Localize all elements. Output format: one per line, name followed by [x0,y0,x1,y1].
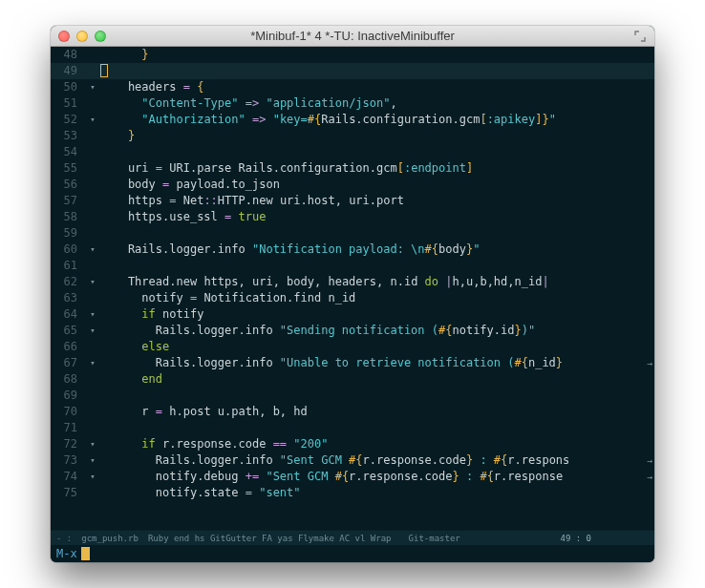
code-line[interactable]: 72▾ if r.response.code == "200" [51,436,654,452]
fold-indicator-icon [85,128,100,144]
code-line[interactable]: 63 notify = Notification.find n_id [51,290,654,306]
code-line[interactable]: 71 [51,420,654,436]
line-wrap-icon: → [647,452,652,469]
line-content[interactable]: notify = Notification.find n_id [100,290,654,306]
minibuffer[interactable]: M-x [51,545,654,562]
code-line[interactable]: 56 body = payload.to_json [51,177,654,193]
fold-indicator-icon[interactable]: ▾ [85,79,100,95]
code-line[interactable]: 60▾ Rails.logger.info "Notification payl… [51,242,654,258]
code-line[interactable]: 59 [51,225,654,242]
line-number: 74 [51,469,85,485]
close-icon[interactable] [58,31,70,42]
minibuffer-cursor [81,547,90,560]
code-content[interactable]: 48 }4950▾ headers = {51 "Content-Type" =… [51,47,654,530]
line-content[interactable] [100,258,654,274]
code-line[interactable]: 70 r = h.post u.path, b, hd [51,404,654,420]
code-line[interactable]: 52▾ "Authorization" => "key=#{Rails.conf… [51,112,654,128]
line-content[interactable]: notify.debug += "Sent GCM #{r.response.c… [100,469,654,485]
line-number: 65 [51,323,85,339]
fold-indicator-icon [85,258,100,274]
code-line[interactable]: 75 notify.state = "sent" [51,485,654,501]
line-number: 72 [51,436,85,452]
line-content[interactable]: r = h.post u.path, b, hd [100,404,654,420]
line-content[interactable]: if r.response.code == "200" [100,436,654,452]
line-content[interactable]: else [100,339,654,355]
line-content[interactable]: } [100,128,654,144]
code-line[interactable]: 51 "Content-Type" => "application/json", [51,95,654,112]
line-number: 63 [51,290,85,306]
line-number: 56 [51,177,85,193]
line-content[interactable]: end [100,371,654,388]
code-line[interactable]: 67▾ Rails.logger.info "Unable to retriev… [51,355,654,371]
code-line[interactable]: 55 uri = URI.parse Rails.configuration.g… [51,160,654,177]
fullscreen-icon[interactable] [633,30,647,43]
fold-indicator-icon[interactable]: ▾ [85,323,100,339]
line-content[interactable]: body = payload.to_json [100,177,654,193]
line-number: 55 [51,160,85,177]
line-content[interactable]: headers = { [100,79,654,95]
code-line[interactable]: 54 [51,144,654,160]
code-line[interactable]: 74▾ notify.debug += "Sent GCM #{r.respon… [51,469,654,485]
line-content[interactable] [100,63,654,79]
line-content[interactable]: Rails.logger.info "Sent GCM #{r.response… [100,452,654,469]
fold-indicator-icon [85,209,100,225]
line-content[interactable]: "Content-Type" => "application/json", [100,95,654,112]
code-line[interactable]: 48 } [51,47,654,63]
code-line[interactable]: 53 } [51,128,654,144]
line-content[interactable]: Rails.logger.info "Notification payload:… [100,242,654,258]
code-line[interactable]: 49 [51,63,654,79]
fold-indicator-icon[interactable]: ▾ [85,306,100,323]
fold-indicator-icon [85,144,100,160]
code-line[interactable]: 68 end [51,371,654,388]
line-number: 73 [51,452,85,469]
code-line[interactable]: 73▾ Rails.logger.info "Sent GCM #{r.resp… [51,452,654,469]
code-line[interactable]: 65▾ Rails.logger.info "Sending notificat… [51,323,654,339]
fold-indicator-icon [85,47,100,63]
line-content[interactable]: Rails.logger.info "Unable to retrieve no… [100,355,654,371]
code-line[interactable]: 57 https = Net::HTTP.new uri.host, uri.p… [51,193,654,209]
vc-branch: Git-master [409,534,460,543]
buffer-filename: gcm_push.rb [81,534,139,543]
line-content[interactable]: Rails.logger.info "Sending notification … [100,323,654,339]
fold-indicator-icon [85,371,100,388]
emacs-window: *Minibuf-1* 4 *-TU: InactiveMinibuffer 4… [51,26,654,562]
line-content[interactable]: notify.state = "sent" [100,485,654,501]
cursor-position: 49 : 0 [560,534,591,543]
line-content[interactable]: https = Net::HTTP.new uri.host, uri.port [100,193,654,209]
line-number: 62 [51,274,85,290]
fold-indicator-icon [85,193,100,209]
fold-indicator-icon [85,420,100,436]
line-number: 61 [51,258,85,274]
fold-indicator-icon [85,404,100,420]
code-line[interactable]: 61 [51,258,654,274]
zoom-icon[interactable] [95,31,106,42]
editor-area[interactable]: 48 }4950▾ headers = {51 "Content-Type" =… [51,47,654,530]
fold-indicator-icon[interactable]: ▾ [85,242,100,258]
code-line[interactable]: 50▾ headers = { [51,79,654,95]
code-line[interactable]: 64▾ if notify [51,306,654,323]
code-line[interactable]: 58 https.use_ssl = true [51,209,654,225]
line-content[interactable]: uri = URI.parse Rails.configuration.gcm[… [100,160,654,177]
line-content[interactable] [100,420,654,436]
line-content[interactable] [100,225,654,242]
line-number: 58 [51,209,85,225]
line-number: 68 [51,371,85,388]
fold-indicator-icon[interactable]: ▾ [85,469,100,485]
line-content[interactable] [100,144,654,160]
code-line[interactable]: 69 [51,388,654,404]
fold-indicator-icon[interactable]: ▾ [85,112,100,128]
fold-indicator-icon[interactable]: ▾ [85,274,100,290]
code-line[interactable]: 66 else [51,339,654,355]
line-number: 48 [51,47,85,63]
line-content[interactable] [100,388,654,404]
line-content[interactable]: if notify [100,306,654,323]
code-line[interactable]: 62▾ Thread.new https, uri, body, headers… [51,274,654,290]
line-content[interactable]: https.use_ssl = true [100,209,654,225]
line-content[interactable]: "Authorization" => "key=#{Rails.configur… [100,112,654,128]
minimize-icon[interactable] [76,31,88,42]
line-content[interactable]: } [100,47,654,63]
fold-indicator-icon[interactable]: ▾ [85,436,100,452]
fold-indicator-icon[interactable]: ▾ [85,452,100,469]
fold-indicator-icon[interactable]: ▾ [85,355,100,371]
line-content[interactable]: Thread.new https, uri, body, headers, n.… [100,274,654,290]
